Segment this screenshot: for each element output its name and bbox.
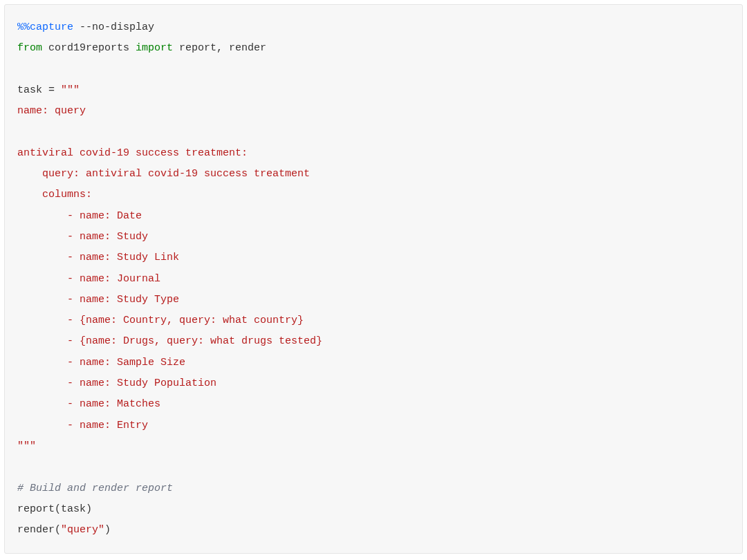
code-string-line: - name: Study Link xyxy=(17,248,730,268)
code-text: report, render xyxy=(173,42,266,54)
code-string-line: - name: Sample Size xyxy=(17,353,730,373)
code-text: cord19reports xyxy=(42,42,136,54)
code-string-line: - {name: Country, query: what country} xyxy=(17,310,730,331)
code-string-line: - name: Journal xyxy=(17,269,730,290)
code-line: %%capture --no-display xyxy=(17,17,730,38)
code-text: task xyxy=(17,84,48,96)
code-string-line: - name: Entry xyxy=(17,416,730,436)
code-comment-line: # Build and render report xyxy=(17,478,730,499)
code-line: report(task) xyxy=(17,499,730,520)
code-string-line: - name: Study Population xyxy=(17,373,730,394)
code-string-line: columns: xyxy=(17,185,730,205)
code-string-line: - name: Study Type xyxy=(17,290,730,310)
keyword-token: import xyxy=(136,42,173,54)
code-string-line: antiviral covid-19 success treatment: xyxy=(17,143,730,164)
code-blank-line xyxy=(17,457,730,478)
string-token: """ xyxy=(61,84,80,96)
code-string-line: """ xyxy=(17,436,730,457)
code-string-line: query: antiviral covid-19 success treatm… xyxy=(17,164,730,185)
code-string-line: - {name: Drugs, query: what drugs tested… xyxy=(17,331,730,352)
code-blank-line xyxy=(17,122,730,142)
operator-token: = xyxy=(48,84,61,96)
code-line: from cord19reports import report, render xyxy=(17,38,730,59)
keyword-token: from xyxy=(17,42,42,54)
code-string-line: - name: Matches xyxy=(17,394,730,415)
code-string-line: - name: Date xyxy=(17,206,730,227)
code-line: render("query") xyxy=(17,520,730,541)
code-blank-line xyxy=(17,59,730,80)
code-string-line: name: query xyxy=(17,101,730,122)
string-token: "query" xyxy=(61,524,104,536)
code-string-line: - name: Study xyxy=(17,227,730,248)
magic-token: %%capture xyxy=(17,21,73,33)
code-text: render( xyxy=(17,524,61,536)
code-text: ) xyxy=(104,524,111,536)
code-text: --no-display xyxy=(73,21,154,33)
code-cell[interactable]: %%capture --no-display from cord19report… xyxy=(4,4,743,554)
code-line: task = """ xyxy=(17,80,730,101)
